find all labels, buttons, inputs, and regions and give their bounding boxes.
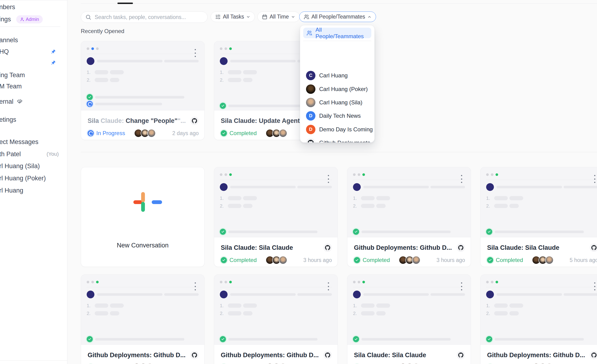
dropdown-selected-label: All People/Teammates — [315, 27, 368, 40]
conversation-card[interactable]: 1. 2. Sila Claude: Sila Claude Completed — [347, 274, 471, 364]
card-menu-button[interactable] — [459, 282, 464, 291]
agent-avatar — [220, 291, 228, 298]
dropdown-item-carl-huang[interactable]: C Carl Huang — [300, 69, 375, 82]
search-bar[interactable] — [81, 11, 208, 23]
card-menu-button[interactable] — [326, 282, 331, 291]
conversation-card[interactable]: 1. 2. Github Deployments: Github D... Co — [214, 274, 338, 364]
conversation-card[interactable]: 1. 2. Sila Claude: Change "People""... — [81, 41, 204, 140]
check-circle-icon — [220, 229, 226, 235]
dropdown-item-label: Carl Huang — [319, 72, 348, 79]
skeleton-list-row-2: 2. — [220, 311, 252, 316]
spinner-icon — [87, 101, 93, 107]
conversation-card[interactable]: 1. 2. Github Deployments: Github D... Co — [81, 274, 204, 364]
list-number: 1. — [220, 196, 226, 201]
tabbar-underline — [81, 4, 597, 4]
skeleton-list-row-2: 2. — [87, 78, 119, 82]
sidebar-item-ect-messages[interactable]: ect Messages — [0, 137, 67, 147]
list-number: 1. — [87, 70, 93, 75]
skeleton-completed-row — [220, 229, 332, 235]
sidebar-item-ings[interactable]: ings Admin — [0, 14, 67, 24]
card-title: Github Deployments: Github D... — [88, 352, 188, 359]
skeleton-header-row — [220, 291, 332, 298]
skeleton-list-row-2: 2. — [486, 204, 519, 208]
card-timestamp: 3 hours ago — [303, 257, 332, 263]
new-conversation-card[interactable]: New Conversation — [81, 167, 204, 267]
dropdown-item-all-people[interactable]: All People/Teammates — [303, 28, 371, 38]
sidebar-item-etings[interactable]: etings — [0, 114, 67, 125]
skeleton-header-row — [486, 183, 597, 191]
sidebar-item-ing-team[interactable]: ing Team — [0, 70, 67, 80]
sidebar: nbers ings Admin annels HQ ing Team M Te… — [0, 0, 67, 364]
filter-all-tasks-button[interactable]: All Tasks — [211, 11, 255, 22]
sidebar-item-pinned[interactable] — [0, 57, 67, 68]
sidebar-item-label: ernal — [0, 98, 13, 105]
skeleton-list-row-2: 2. — [220, 78, 252, 82]
skeleton-completed-row — [353, 336, 465, 342]
sidebar-top-divider — [0, 0, 67, 1]
skeleton-list-row-2: 2. — [353, 204, 386, 208]
card-footer: Sila Claude: Change "People""... In Prog… — [81, 110, 204, 140]
skeleton-progress-row — [87, 101, 199, 107]
sidebar-item-annels[interactable]: annels — [0, 35, 67, 45]
sidebar-item-label: nbers — [0, 4, 15, 11]
card-status-row: Completed 5 hours ago — [487, 256, 597, 264]
sidebar-item-m-team[interactable]: M Team — [0, 81, 67, 91]
card-footer: Github Deployments: Github D... Complete… — [347, 237, 471, 267]
dropdown-item-carl-huang-sila-[interactable]: Carl Huang (Sila) — [300, 96, 375, 109]
skeleton-list-row-1: 1. — [353, 196, 390, 201]
avatar-photo-3 — [412, 256, 420, 264]
status-label: Completed — [496, 257, 523, 263]
github-icon — [323, 243, 332, 252]
skeleton-completed-row — [353, 229, 465, 235]
skeleton-list-row-1: 1. — [220, 196, 257, 201]
preview-divider — [353, 180, 465, 180]
card-menu-button[interactable] — [326, 174, 331, 184]
participant-avatars — [266, 256, 287, 264]
avatar-photo-3 — [147, 129, 156, 137]
conversation-card[interactable]: 1. 2. Github Deployments: Github D... Co — [480, 274, 597, 364]
dropdown-item-demo-day-is-coming[interactable]: D Demo Day Is Coming — [300, 123, 375, 136]
skeleton-completed-row — [220, 336, 332, 342]
skeleton-header-row — [486, 291, 597, 298]
check-circle-icon — [87, 336, 93, 342]
participant-avatars — [532, 256, 554, 264]
sidebar-item-ernal[interactable]: ernal — [0, 96, 67, 107]
card-menu-button[interactable] — [592, 174, 597, 184]
sidebar-item-rl-huang-poker-[interactable]: rl Huang (Poker) — [0, 173, 67, 183]
search-input[interactable] — [94, 14, 203, 21]
skeleton-list-row-2: 2. — [220, 204, 252, 208]
sidebar-item-rl-huang[interactable]: rl Huang — [0, 185, 67, 196]
sidebar-item-th-patel[interactable]: th Patel (You) — [0, 149, 67, 159]
card-menu-button[interactable] — [193, 282, 198, 291]
skeleton-header-row — [353, 183, 465, 191]
dropdown-item-github-deployments[interactable]: Github Deployments — [300, 136, 375, 143]
conversation-card[interactable]: 1. 2. Github Deployments: Github D... Co — [347, 167, 471, 267]
sidebar-item-rl-huang-sila-[interactable]: rl Huang (Sila) — [0, 161, 67, 171]
dropdown-item-label: Carl Huang (Sila) — [319, 99, 362, 106]
card-title: Sila Claude: Change "People""... — [88, 117, 188, 125]
card-menu-button[interactable] — [193, 48, 198, 58]
sidebar-item-label: etings — [0, 116, 16, 123]
participant-avatars — [399, 256, 420, 264]
window-dots — [220, 281, 232, 283]
sidebar-item-nbers[interactable]: nbers — [0, 2, 67, 12]
sidebar-item-hq[interactable]: HQ — [0, 46, 67, 57]
conversation-card[interactable]: 1. 2. Sila Claude: Sila Claude Completed — [480, 167, 597, 267]
dropdown-item-avatar — [306, 98, 315, 107]
card-menu-button[interactable] — [592, 282, 597, 291]
card-status-row: In Progress 2 days ago — [88, 129, 199, 137]
filter-all-time-button[interactable]: All Time — [257, 11, 300, 22]
card-menu-button[interactable] — [459, 174, 464, 184]
pin-icon — [50, 49, 56, 55]
agent-avatar — [353, 183, 361, 191]
dropdown-item-daily-tech-news[interactable]: D Daily Tech News — [300, 109, 375, 122]
check-circle-icon — [486, 229, 492, 235]
filter-people-button[interactable]: All People/Teammates — [299, 11, 376, 22]
preview-divider — [87, 287, 199, 287]
chevron-up-icon — [367, 15, 371, 19]
conversation-card[interactable]: 1. 2. Sila Claude: Sila Claude Completed — [214, 167, 338, 267]
skeleton-list-row-2: 2. — [87, 311, 119, 316]
agent-avatar — [220, 183, 228, 191]
dropdown-item-carl-huang-poker-[interactable]: Carl Huang (Poker) — [300, 82, 375, 96]
status-label: Completed — [363, 257, 390, 263]
